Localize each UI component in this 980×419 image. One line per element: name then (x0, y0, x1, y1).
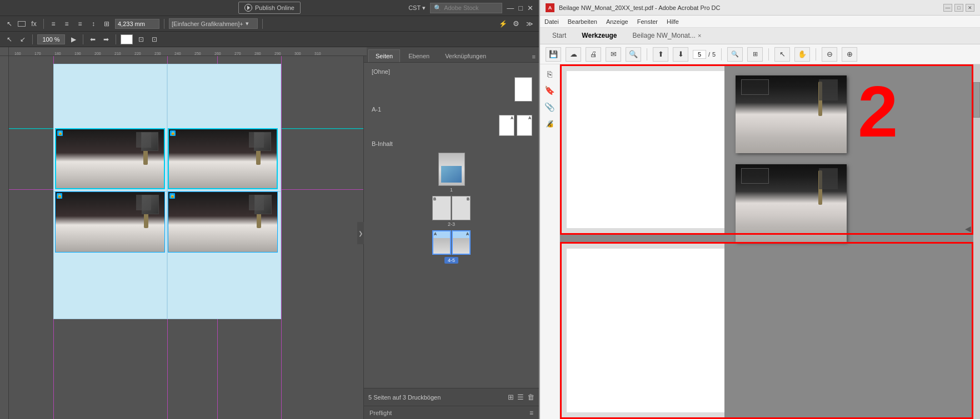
frame-style-dropdown[interactable]: [Einfacher Grafikrahmen]+ ▾ (169, 18, 258, 29)
align-center[interactable]: ≡ (62, 19, 72, 29)
text-height[interactable]: ↕ (88, 19, 98, 29)
page-2-thumb[interactable]: B (432, 196, 451, 220)
image-frame-tl[interactable]: 🔒 (55, 128, 165, 189)
align-left[interactable]: ≡ (48, 19, 58, 29)
acrobat-main: ⎘ 🔖 📎 🔏 ◀ (540, 64, 980, 419)
new-page-icon[interactable]: ⊞ (508, 393, 514, 401)
acrobat-maximize[interactable]: □ (954, 4, 963, 12)
spread-45-badge[interactable]: 4-5 (444, 257, 458, 264)
lightning-icon[interactable]: ⚡ (498, 19, 508, 29)
image-frame-br[interactable]: 🔒 (168, 191, 278, 253)
lock-icon-tr: 🔒 (170, 130, 176, 136)
zoom-display[interactable]: 100 % (37, 34, 65, 44)
acro-search-btn[interactable]: 🔍 (626, 47, 641, 62)
size-input[interactable]: 4,233 mm (115, 19, 159, 29)
section-b-inhalt[interactable]: B-Inhalt (368, 138, 534, 149)
close-icon[interactable]: ✕ (527, 4, 533, 12)
panel-menu-btn[interactable]: ≡ (532, 53, 539, 62)
menu-hilfe[interactable]: Hilfe (667, 18, 679, 25)
navtab-werkzeuge[interactable]: Werkzeuge (575, 29, 623, 43)
cst-dropdown[interactable]: CST ▾ (408, 4, 426, 12)
maximize-icon[interactable]: □ (518, 4, 523, 12)
align-justify[interactable]: ≡ (75, 19, 85, 29)
tab-ebenen[interactable]: Ebenen (401, 49, 437, 62)
search-placeholder: Adobe Stock (444, 4, 478, 11)
collapse-icon[interactable]: ≫ (524, 19, 534, 29)
acrobat-scrollbar[interactable] (973, 64, 980, 419)
tool-arrow[interactable]: ↖ (4, 19, 14, 29)
spinner-up[interactable]: ⊞ (102, 19, 112, 29)
a1-page-thumb2[interactable]: A (517, 115, 532, 136)
color-swatch[interactable] (121, 34, 133, 44)
frame-icon2[interactable]: ⊡ (149, 34, 159, 44)
acro-page-up-btn[interactable]: ⬆ (653, 47, 668, 62)
delete-page-icon[interactable]: 🗑 (527, 393, 534, 401)
align-left2[interactable]: ⬅ (88, 34, 98, 44)
menu-bearbeiten[interactable]: Bearbeiten (568, 18, 597, 25)
page-3-thumb[interactable]: B (452, 196, 471, 220)
navtab-start[interactable]: Start (546, 29, 573, 43)
acro-arrow-btn[interactable]: ↖ (774, 47, 790, 62)
tool-fx[interactable]: fx (29, 19, 39, 29)
acrobat-close[interactable]: ✕ (966, 4, 974, 12)
acro-fit-btn[interactable]: ⊞ (747, 47, 763, 62)
toolbar2-divider-3 (116, 34, 116, 44)
align-right2[interactable]: ➡ (101, 34, 111, 44)
tab-verknuepfungen[interactable]: Verknüpfungen (438, 49, 493, 62)
acro-bookmark-icon[interactable]: 🔖 (544, 84, 556, 97)
acrobat-title-text: Beilage NW_Monat_20XX_test.pdf - Adobe A… (559, 4, 939, 11)
acro-print-btn[interactable]: 🖨 (586, 47, 601, 62)
acro-attachment-icon[interactable]: 📎 (544, 101, 556, 113)
scroll-left-arrow[interactable]: ◀ (965, 224, 971, 233)
tool-arrow3[interactable]: ↙ (18, 34, 28, 44)
page-options-icon[interactable]: ☰ (517, 393, 524, 401)
ohne-page-thumb[interactable] (514, 77, 532, 102)
zoom-apply[interactable]: ▶ (68, 34, 78, 44)
acro-email-btn[interactable]: ✉ (606, 47, 621, 62)
menu-fenster[interactable]: Fenster (637, 18, 658, 25)
frame-icon[interactable]: ⊡ (136, 34, 146, 44)
acrobat-titlebar: A Beilage NW_Monat_20XX_test.pdf - Adobe… (540, 0, 980, 16)
acro-zoom-out-btn[interactable]: ⊖ (822, 47, 837, 62)
acro-hand-btn[interactable]: ✋ (794, 47, 810, 62)
image-frame-tr[interactable]: 🔒 (168, 128, 278, 189)
acro-zoom-in-btn[interactable]: ⊕ (842, 47, 857, 62)
settings-icon[interactable]: ⚙ (511, 19, 521, 29)
image-frame-bl[interactable]: 🔒 (55, 191, 165, 253)
section-ohne[interactable]: [Ohne] (368, 66, 534, 77)
navtab-doc[interactable]: Beilage NW_Monat... × (626, 29, 708, 43)
frame-style-label: [Einfacher Grafikrahmen]+ (172, 21, 243, 27)
canvas-content: 🔒 🔒 🔒 (0, 56, 367, 419)
page-num-input[interactable] (693, 50, 706, 59)
minimize-icon[interactable]: — (507, 4, 514, 12)
scrollbar-thumb[interactable] (973, 82, 980, 118)
acro-cloud-btn[interactable]: ☁ (566, 47, 581, 62)
preflight-menu[interactable]: ≡ (529, 409, 533, 417)
pdf-top-row: 2 (736, 75, 969, 153)
acrobat-minimize[interactable]: — (943, 4, 952, 12)
a1-page-thumb[interactable]: A (499, 115, 514, 136)
navtab-close-icon[interactable]: × (698, 32, 701, 39)
adobe-stock-search[interactable]: 🔍 Adobe Stock (430, 3, 502, 13)
acro-zoom-search-btn[interactable]: 🔍 (727, 47, 743, 62)
acro-page-down-btn[interactable]: ⬇ (673, 47, 688, 62)
menu-anzeige[interactable]: Anzeige (606, 18, 628, 25)
publish-online-button[interactable]: Publish Online (238, 2, 301, 14)
page-5-thumb[interactable]: A (452, 230, 471, 255)
preflight-label: Preflight (369, 410, 529, 416)
section-a1[interactable]: A-1 (368, 104, 534, 115)
image-bl (56, 192, 164, 252)
page-1-thumb[interactable] (438, 153, 465, 186)
acro-sign-icon[interactable]: 🔏 (544, 118, 556, 130)
acro-copy-icon[interactable]: ⎘ (544, 68, 556, 80)
menu-datei[interactable]: Datei (544, 18, 559, 25)
page-4-thumb[interactable]: A (432, 230, 451, 255)
acro-save-btn[interactable]: 💾 (546, 47, 561, 62)
image-br (168, 192, 277, 252)
tool-rect[interactable] (18, 21, 26, 27)
acrobat-navtabs: Start Werkzeuge Beilage NW_Monat... × (540, 28, 980, 44)
tool-arrow2[interactable]: ↖ (4, 34, 14, 44)
panel-collapse-arrow[interactable]: ❯ (357, 222, 364, 244)
tab-seiten[interactable]: Seiten (368, 49, 400, 62)
page-thumb-row-23: B B 2-3 (368, 196, 534, 227)
